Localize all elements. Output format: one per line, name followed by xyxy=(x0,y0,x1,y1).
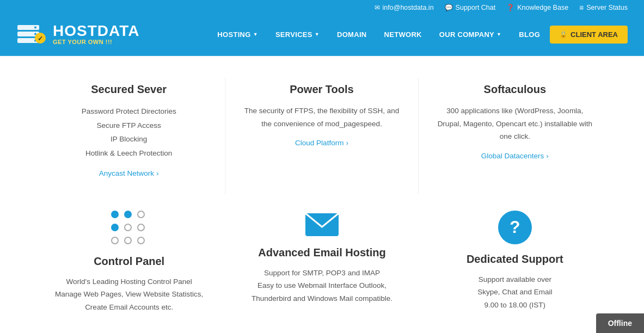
list-item: Secure FTP Access xyxy=(49,119,208,133)
dedicated-support-desc: Support available overSkype, Chat and Em… xyxy=(435,273,595,312)
nav-hosting[interactable]: HOSTING ▼ xyxy=(210,26,266,43)
email-envelope-icon xyxy=(304,211,340,238)
anycast-link-text: Anycast Network xyxy=(99,169,154,177)
offline-label: Offline xyxy=(608,319,632,328)
global-datacenters-link[interactable]: Global Datacenters › xyxy=(481,152,549,160)
knowledge-base-label: Knowledge Base xyxy=(517,4,568,11)
client-area-label: CLIENT AREA xyxy=(571,30,618,39)
main-nav: HOSTING ▼ SERVICES ▼ DOMAIN NETWORK OUR … xyxy=(210,26,628,44)
dot-icon xyxy=(137,237,145,244)
control-panel-desc: World's Leading Hosting Control PanelMan… xyxy=(49,275,209,314)
support-icon-wrap: ? xyxy=(435,211,595,244)
secured-server-title: Secured Sever xyxy=(49,83,208,96)
feature-power-tools: Power Tools The security of FTPS, the fl… xyxy=(225,78,418,194)
icon-features-grid: Control Panel World's Leading Hosting Co… xyxy=(33,200,611,319)
kb-icon: ❓ xyxy=(506,4,514,11)
nav-our-company[interactable]: OUR COMPANY ▼ xyxy=(432,26,510,43)
dot-icon xyxy=(111,224,119,231)
email-hosting-title: Advanced Email Hosting xyxy=(242,246,402,259)
dot-icon xyxy=(124,211,132,218)
header: ✓ HOSTDATA GET YOUR OWN !!! HOSTING ▼ SE… xyxy=(0,15,644,56)
chat-icon: 💬 xyxy=(445,4,453,11)
chevron-down-icon: ▼ xyxy=(315,32,320,37)
email-address: info@hostdata.in xyxy=(383,4,434,11)
email-icon-wrap xyxy=(242,211,402,238)
top-bar: ✉ info@hostdata.in 💬 Support Chat ❓ Know… xyxy=(0,0,644,15)
anycast-network-link[interactable]: Anycast Network › xyxy=(99,169,159,177)
main-content: Secured Sever Password Protect Directori… xyxy=(0,56,644,330)
softaculous-desc: 300 applications like (WordPress, Joomla… xyxy=(435,104,595,143)
offline-chat-button[interactable]: Offline xyxy=(596,313,644,330)
features-grid: Secured Sever Password Protect Directori… xyxy=(33,78,611,194)
knowledge-base-link[interactable]: ❓ Knowledge Base xyxy=(506,4,568,11)
svg-point-3 xyxy=(34,27,36,29)
list-item: Hotlink & Leech Protection xyxy=(49,146,208,161)
power-tools-title: Power Tools xyxy=(242,83,401,96)
dot-icon xyxy=(124,224,132,231)
arrow-icon: › xyxy=(546,152,549,160)
secured-server-list: Password Protect Directories Secure FTP … xyxy=(49,104,208,161)
dot-grid-icon xyxy=(111,211,147,246)
arrow-icon: › xyxy=(346,139,348,147)
nav-services[interactable]: SERVICES ▼ xyxy=(268,26,327,43)
nav-blog[interactable]: BLOG xyxy=(511,26,548,43)
logo-name: HOSTDATA xyxy=(53,23,139,39)
dot-icon xyxy=(111,237,119,244)
dot-icon xyxy=(137,224,145,231)
control-panel-title: Control Panel xyxy=(49,255,209,268)
cloud-platform-link-text: Cloud Platform xyxy=(295,139,344,147)
lock-icon: 🔒 xyxy=(560,31,567,38)
power-tools-desc: The security of FTPS, the flexibility of… xyxy=(242,104,401,130)
server-status-label: Server Status xyxy=(586,4,628,11)
email-hosting-desc: Support for SMTP, POP3 and IMAPEasy to u… xyxy=(242,267,402,305)
client-area-button[interactable]: 🔒 CLIENT AREA xyxy=(550,26,628,44)
question-mark-icon: ? xyxy=(498,211,532,244)
feature-secured-server: Secured Sever Password Protect Directori… xyxy=(33,78,225,194)
logo-icon: ✓ xyxy=(16,21,46,48)
support-chat-label: Support Chat xyxy=(456,4,496,11)
nav-network[interactable]: NETWORK xyxy=(377,26,430,43)
list-item: IP Blocking xyxy=(49,132,208,146)
icon-feature-control-panel: Control Panel World's Leading Hosting Co… xyxy=(33,200,225,319)
support-chat-link[interactable]: 💬 Support Chat xyxy=(445,4,496,11)
icon-feature-email-hosting: Advanced Email Hosting Support for SMTP,… xyxy=(225,200,418,319)
dot-icon xyxy=(111,211,119,218)
logo-tagline: GET YOUR OWN !!! xyxy=(53,39,139,45)
dedicated-support-title: Dedicated Support xyxy=(435,253,595,266)
server-icon: ≡ xyxy=(579,3,584,12)
control-panel-icon-wrap xyxy=(49,211,209,246)
arrow-icon: › xyxy=(156,169,159,177)
icon-feature-dedicated-support: ? Dedicated Support Support available ov… xyxy=(419,200,611,319)
feature-softaculous: Softaculous 300 applications like (WordP… xyxy=(419,78,611,194)
email-link[interactable]: ✉ info@hostdata.in xyxy=(375,4,434,11)
chevron-down-icon: ▼ xyxy=(253,32,258,37)
email-icon: ✉ xyxy=(375,4,380,11)
cloud-platform-link[interactable]: Cloud Platform › xyxy=(295,139,348,147)
softaculous-title: Softaculous xyxy=(435,83,595,96)
global-datacenters-link-text: Global Datacenters xyxy=(481,152,544,160)
logo-area: ✓ HOSTDATA GET YOUR OWN !!! xyxy=(16,21,139,48)
server-status-link[interactable]: ≡ Server Status xyxy=(579,3,628,12)
dot-icon xyxy=(137,211,145,218)
logo-text: HOSTDATA GET YOUR OWN !!! xyxy=(53,23,139,45)
nav-domain[interactable]: DOMAIN xyxy=(329,26,375,43)
svg-text:✓: ✓ xyxy=(38,35,43,42)
dot-icon xyxy=(124,237,132,244)
list-item: Password Protect Directories xyxy=(49,104,208,119)
chevron-down-icon: ▼ xyxy=(496,32,501,37)
